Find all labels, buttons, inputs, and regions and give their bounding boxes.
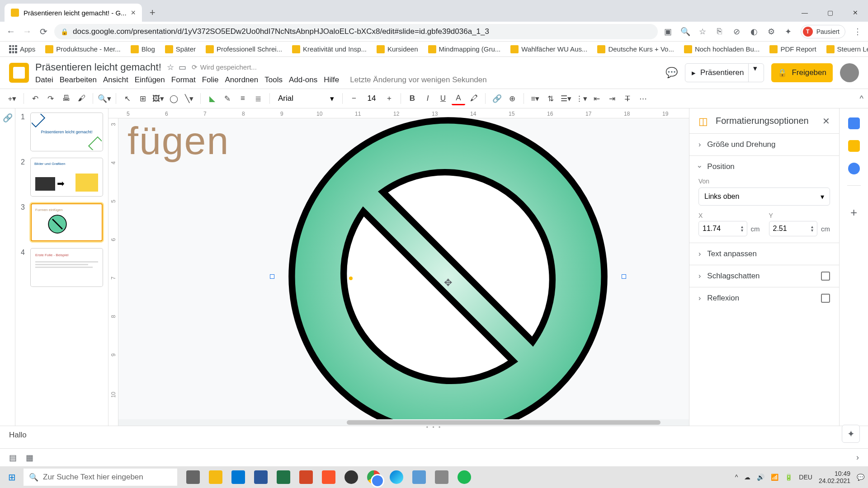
grid-view-icon[interactable]: ▦ [26, 453, 33, 463]
bookmark-item[interactable]: Kreativität und Insp... [288, 43, 370, 55]
bookmark-item[interactable]: Professionell Schrei... [202, 43, 286, 55]
extensions-icon[interactable]: ✦ [783, 27, 793, 37]
bulleted-list-button[interactable]: ⋮▾ [575, 92, 588, 105]
tab-close-icon[interactable]: × [131, 8, 136, 18]
reload-button[interactable]: ⟳ [38, 26, 49, 37]
zoom-button[interactable]: 🔍▾ [98, 92, 111, 105]
tasks-app-icon[interactable] [848, 163, 860, 174]
x-input[interactable]: 11.74▴▾ [698, 221, 747, 236]
move-doc-icon[interactable]: ▭ [179, 62, 186, 72]
apps-bookmark[interactable]: Apps [5, 43, 39, 55]
print-button[interactable]: 🖶 [59, 92, 73, 105]
block-icon[interactable]: ⊘ [732, 27, 742, 37]
slide-thumb-2[interactable]: Bilder und Grafiken ➡ [31, 158, 103, 196]
bookmark-item[interactable]: Blog [127, 43, 159, 55]
comment-button[interactable]: ⊕ [505, 92, 519, 105]
slide-thumb-4[interactable]: Erste Folie - Beispiel [31, 249, 103, 286]
spotify-icon[interactable] [453, 466, 476, 488]
close-icon[interactable]: ✕ [843, 4, 868, 22]
no-symbol-shape-icon[interactable] [272, 114, 624, 426]
link-panel-icon[interactable]: 🔗 [3, 113, 13, 123]
notes-text[interactable]: Hallo [9, 431, 27, 439]
select-tool[interactable]: ↖ [121, 92, 134, 105]
reflection-checkbox[interactable] [821, 294, 830, 303]
star-icon[interactable]: ☆ [698, 27, 708, 37]
align-button[interactable]: ≡▾ [528, 92, 542, 105]
bookmark-item[interactable]: Noch hochladen Bu... [680, 43, 763, 55]
numbered-list-button[interactable]: ☰▾ [559, 92, 573, 105]
notifications-icon[interactable]: 💬 [857, 474, 864, 481]
bookmark-item[interactable]: Wahlfächer WU Aus... [507, 43, 591, 55]
font-size-input[interactable]: 14 [363, 94, 381, 103]
image-tool[interactable]: 🖼▾ [151, 92, 165, 105]
read-icon[interactable]: ⎘ [715, 27, 725, 37]
star-doc-icon[interactable]: ☆ [167, 62, 174, 72]
horizontal-scrollbar[interactable] [118, 419, 689, 426]
shape-tool[interactable]: ◯ [167, 92, 180, 105]
explorer-icon[interactable] [204, 466, 227, 488]
share-button[interactable]: 🔒 Freigeben [771, 63, 833, 82]
more-button[interactable]: ⋯ [636, 92, 650, 105]
font-size-decrease[interactable]: − [347, 92, 361, 105]
speaker-notes[interactable]: • • • Hallo ✦ [0, 426, 868, 448]
collapse-toolbar-icon[interactable]: ^ [860, 94, 863, 103]
menu-tools[interactable]: Tools [264, 75, 283, 84]
explore-button[interactable]: ✦ [842, 425, 860, 443]
zoom-icon[interactable]: 🔍 [680, 27, 690, 37]
browser-tab[interactable]: Präsentieren leicht gemacht! - G... × [5, 4, 142, 22]
brave-icon[interactable] [317, 466, 340, 488]
paint-format-button[interactable]: 🖌 [75, 92, 88, 105]
incognito-icon[interactable]: ◐ [749, 27, 759, 37]
task-view-icon[interactable] [182, 466, 204, 488]
close-panel-icon[interactable]: ✕ [822, 116, 830, 127]
last-edit[interactable]: Letzte Änderung vor wenigen Sekunden [350, 75, 486, 84]
menu-addons[interactable]: Add-ons [289, 75, 317, 84]
jigsaw-icon[interactable]: ⚙ [766, 27, 776, 37]
side-panel-toggle-icon[interactable]: › [856, 453, 859, 462]
filmstrip-view-icon[interactable]: ▤ [9, 453, 17, 463]
add-addon-icon[interactable]: + [850, 206, 857, 220]
link-button[interactable]: 🔗 [490, 92, 504, 105]
minimize-icon[interactable]: — [792, 4, 817, 22]
selected-shape[interactable]: ✥ [272, 114, 624, 426]
calendar-app-icon[interactable] [848, 117, 860, 129]
stepper-icon[interactable]: ▴▾ [741, 225, 743, 232]
cast-icon[interactable]: ▣ [663, 27, 673, 37]
volume-icon[interactable]: 🔊 [757, 474, 764, 481]
y-input[interactable]: 2.51▴▾ [769, 221, 818, 236]
forward-button[interactable]: → [22, 26, 33, 37]
rotation-handle[interactable] [349, 277, 353, 280]
keep-app-icon[interactable] [848, 140, 860, 152]
border-weight-button[interactable]: ≡ [236, 92, 250, 105]
text-fit-section[interactable]: ›Text anpassen [689, 243, 839, 265]
profile-chip[interactable]: T Pausiert [801, 25, 845, 38]
word-icon[interactable] [250, 466, 272, 488]
tray-chevron-icon[interactable]: ^ [735, 474, 738, 481]
present-button[interactable]: ▸ Präsentieren ▾ [685, 63, 764, 82]
textbox-tool[interactable]: ⊞ [136, 92, 150, 105]
bold-button[interactable]: B [406, 92, 419, 105]
powerpoint-icon[interactable] [295, 466, 317, 488]
slide-thumb-3[interactable]: Formen einfügen [31, 203, 103, 241]
obs-icon[interactable] [340, 466, 363, 488]
edge-icon[interactable] [385, 466, 408, 488]
slide-thumb-1[interactable]: Präsentieren leicht gemacht! [31, 113, 103, 151]
notes-drag-handle[interactable]: • • • [426, 424, 442, 431]
italic-button[interactable]: I [421, 92, 434, 105]
slides-logo-icon[interactable] [9, 63, 29, 83]
battery-icon[interactable]: 🔋 [785, 474, 793, 481]
line-tool[interactable]: ╲▾ [182, 92, 196, 105]
notepad-icon[interactable] [408, 466, 430, 488]
fill-color-button[interactable]: ◣ [205, 92, 219, 105]
underline-button[interactable]: U [436, 92, 450, 105]
bookmark-item[interactable]: PDF Report [766, 43, 820, 55]
redo-button[interactable]: ↷ [44, 92, 57, 105]
menu-view[interactable]: Ansicht [103, 75, 128, 84]
maximize-icon[interactable]: ▢ [817, 4, 843, 22]
bookmark-item[interactable]: Steuern Lesen !!!! [823, 43, 868, 55]
font-size-increase[interactable]: + [382, 92, 396, 105]
canvas[interactable]: 5678910111213141516171819 345678910 füge… [108, 108, 689, 426]
start-button[interactable]: ⊞ [0, 466, 24, 488]
app-icon[interactable] [430, 466, 453, 488]
clock[interactable]: 10:49 24.02.2021 [819, 470, 850, 484]
